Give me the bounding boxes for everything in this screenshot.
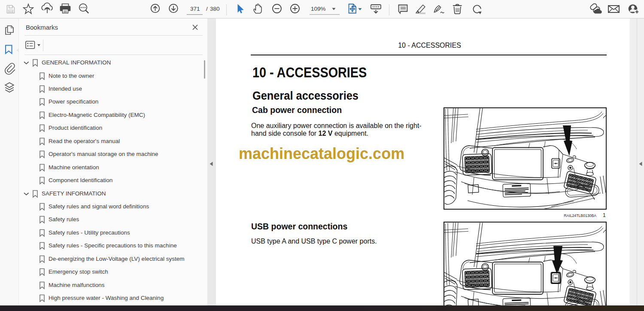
svg-text:109%: 109% <box>311 6 326 12</box>
svg-text:/: / <box>206 6 208 12</box>
svg-text:380: 380 <box>210 6 220 12</box>
svg-text:371: 371 <box>190 6 200 12</box>
